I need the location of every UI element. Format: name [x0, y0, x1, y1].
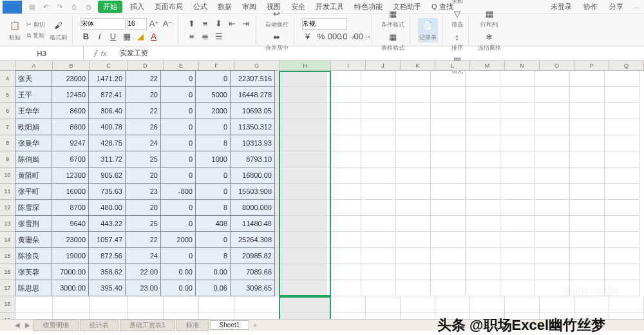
cell[interactable]: [327, 232, 361, 248]
cut-button[interactable]: ✂ 剪切: [25, 20, 46, 30]
cell[interactable]: [466, 71, 500, 87]
cell[interactable]: 0: [160, 86, 196, 103]
font-select[interactable]: [80, 18, 126, 30]
cell[interactable]: [396, 151, 431, 168]
cell[interactable]: 16000: [52, 183, 89, 200]
col-header[interactable]: Q: [609, 61, 644, 70]
cell[interactable]: [466, 119, 500, 135]
cell[interactable]: [466, 103, 500, 119]
italic-icon[interactable]: I: [94, 31, 106, 43]
save-icon[interactable]: ▤: [27, 3, 36, 12]
cell[interactable]: [570, 264, 605, 280]
cell[interactable]: 22.00: [125, 263, 161, 280]
col-header[interactable]: B: [53, 61, 90, 70]
dec-dec-icon[interactable]: .00→: [356, 31, 368, 43]
chevron-up-icon[interactable]: ︿: [632, 3, 641, 12]
cell[interactable]: 428.75: [88, 135, 126, 151]
increase-size-icon[interactable]: A⁺: [149, 18, 160, 30]
cell[interactable]: [500, 135, 535, 151]
cell[interactable]: 25: [125, 215, 161, 232]
cell[interactable]: 872.41: [88, 86, 126, 103]
cell[interactable]: [275, 264, 327, 280]
cell[interactable]: 23: [125, 183, 161, 200]
cell[interactable]: [431, 71, 466, 87]
cell[interactable]: [535, 119, 570, 135]
sheet-tab[interactable]: 统计表: [80, 320, 118, 331]
cell[interactable]: [500, 232, 535, 248]
cell[interactable]: 23000: [52, 70, 89, 87]
cell[interactable]: [605, 71, 639, 87]
cell[interactable]: [275, 232, 327, 248]
cell[interactable]: [466, 248, 500, 264]
cell[interactable]: [605, 248, 639, 264]
indent-inc-icon[interactable]: ⇥: [240, 18, 252, 30]
sheet-tab[interactable]: Sheet1: [210, 320, 250, 330]
cell[interactable]: [327, 216, 361, 232]
brush-button[interactable]: 🖌格式刷: [48, 18, 68, 43]
cell[interactable]: [366, 296, 401, 312]
cell[interactable]: [466, 200, 500, 216]
cell[interactable]: [361, 119, 396, 135]
col-header[interactable]: G: [234, 61, 279, 70]
cell[interactable]: [570, 71, 605, 87]
cell[interactable]: [327, 200, 361, 216]
cell[interactable]: [396, 119, 431, 135]
cell[interactable]: 19000: [52, 247, 89, 264]
cell[interactable]: 王平: [15, 86, 52, 103]
cell[interactable]: 22: [125, 231, 161, 248]
cell[interactable]: [605, 119, 639, 135]
cell[interactable]: 0.00: [160, 263, 196, 280]
cell[interactable]: [570, 248, 605, 264]
filter-button[interactable]: ▽筛选: [450, 8, 464, 30]
cell[interactable]: [275, 87, 327, 103]
cell[interactable]: 311.72: [88, 151, 126, 168]
align-right-icon[interactable]: ☰: [213, 31, 225, 43]
comma-icon[interactable]: 000: [329, 31, 341, 43]
cell[interactable]: 8: [195, 247, 231, 264]
sheet-tab[interactable]: 标准: [176, 320, 209, 331]
cell[interactable]: [570, 200, 605, 216]
cell[interactable]: [15, 296, 53, 312]
underline-icon[interactable]: U: [108, 31, 119, 43]
cell[interactable]: 735.63: [88, 183, 126, 200]
cell[interactable]: [535, 135, 570, 151]
row-header[interactable]: 10: [0, 168, 15, 184]
tab-dev[interactable]: 开发工具: [313, 1, 346, 13]
cell[interactable]: [327, 71, 361, 87]
name-box[interactable]: H3: [0, 46, 84, 60]
cell[interactable]: [466, 232, 500, 248]
row-header[interactable]: 8: [0, 135, 15, 151]
cell[interactable]: 11350.312: [230, 119, 275, 135]
add-sheet-icon[interactable]: ＋: [251, 321, 260, 330]
cell[interactable]: [431, 264, 466, 280]
cell[interactable]: [327, 103, 361, 119]
cell[interactable]: 2000: [160, 231, 196, 248]
cell[interactable]: [431, 135, 466, 151]
cell[interactable]: 陈雪琛: [15, 199, 52, 216]
cell[interactable]: [327, 135, 361, 151]
condfmt-button[interactable]: ▦条件格式: [380, 8, 406, 30]
cell[interactable]: 8000.000: [230, 199, 275, 216]
cell[interactable]: [570, 135, 605, 151]
sheet-tab[interactable]: 收费明细: [33, 320, 79, 331]
cell[interactable]: 8: [195, 199, 231, 216]
cell[interactable]: 5000: [195, 86, 231, 103]
cell[interactable]: [361, 103, 396, 119]
cell[interactable]: -800: [160, 183, 196, 200]
cell[interactable]: 7000.00: [52, 263, 89, 280]
cell[interactable]: [535, 232, 570, 248]
tab-nav-icon[interactable]: ◀: [13, 321, 22, 330]
row-button[interactable]: ▦行和列: [479, 8, 499, 30]
cell[interactable]: 0: [160, 247, 196, 264]
number-format-select[interactable]: [302, 18, 347, 30]
cell[interactable]: 2000: [195, 102, 231, 119]
cell[interactable]: [466, 280, 500, 296]
cell[interactable]: 24: [125, 135, 161, 151]
tab-safe[interactable]: 安全: [289, 1, 308, 13]
col-header[interactable]: D: [128, 61, 164, 70]
cell[interactable]: [431, 184, 466, 200]
cell[interactable]: [535, 151, 570, 168]
cell[interactable]: [275, 216, 327, 232]
cell[interactable]: [570, 216, 605, 232]
cell[interactable]: [275, 168, 327, 184]
